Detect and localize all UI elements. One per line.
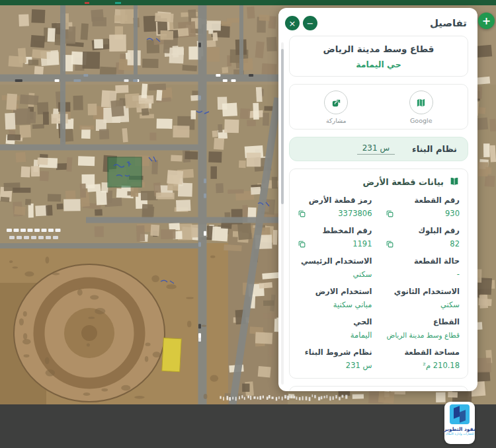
plus-icon: + [482, 15, 491, 27]
top-chrome-strip [0, 0, 496, 5]
book-icon [449, 176, 460, 187]
circular-field [14, 264, 165, 402]
minimize-button[interactable]: − [303, 16, 317, 30]
panel-body: قطاع وسط مدينة الرياض حي اليمامة Google [278, 36, 477, 391]
parcel-fields-grid: رقم القطعة 930 رمز قطعة الأرض 3373806 رق… [298, 196, 460, 370]
minimize-icon: − [307, 19, 314, 28]
brand-logo-icon [450, 404, 470, 424]
building-system-link[interactable]: س 231 [357, 143, 395, 155]
field-value: سكني [352, 270, 372, 279]
sector-title: قطاع وسط مدينة الرياض [296, 44, 461, 54]
brand-logo-title: نفوذ التطوير [444, 426, 475, 432]
location-card: قطاع وسط مدينة الرياض حي اليمامة [289, 36, 468, 77]
parcel-data-card: بيانات قطعة الأرض رقم القطعة 930 رمز قطع… [289, 168, 468, 379]
copy-icon[interactable] [298, 240, 306, 248]
share-button[interactable]: مشاركة [324, 91, 348, 124]
map-zoom-in-button[interactable]: + [478, 13, 495, 29]
national-address-card[interactable]: بيانات العنوان الوطني [289, 386, 468, 391]
chrome-speck-teal [115, 2, 121, 4]
district-title: حي اليمامة [296, 59, 461, 69]
google-maps-label: Google [410, 117, 433, 124]
building-system-label: نظام البناء [412, 144, 457, 154]
field-value: اليمامة [351, 330, 372, 340]
field-value: س 231 [346, 361, 372, 370]
field-building-conditions: نظام شروط البناء س 231 [298, 348, 372, 370]
field-main-use: الاستخدام الرئيسي سكني [298, 256, 372, 279]
panel-scrollbar-thumb[interactable] [281, 49, 284, 204]
field-parcel-area: مساحة القطعة 210.18 م² [386, 348, 460, 370]
brand-logo: نفوذ التطوير للعقارات وإدارة الأملاك [444, 402, 475, 444]
close-icon: × [289, 19, 296, 28]
field-parcel-code: رمز قطعة الأرض 3373806 [298, 196, 372, 218]
field-block-number: رقم البلوك 82 [386, 226, 460, 248]
field-value: 210.18 م² [423, 361, 460, 370]
field-value: 1191 [352, 239, 372, 248]
yellow-building [162, 338, 182, 371]
details-panel: تفاصيل − × قطاع وسط مدينة الرياض حي اليم… [278, 8, 477, 391]
google-maps-button[interactable]: Google [409, 91, 433, 124]
copy-icon[interactable] [298, 209, 306, 218]
chrome-speck-red [85, 2, 89, 4]
panel-title: تفاصيل [430, 17, 467, 29]
field-plan-number: رقم المخطط 1191 [298, 226, 372, 248]
parcel-section-header: بيانات قطعة الأرض [298, 176, 460, 187]
field-value: سكني [440, 300, 460, 309]
details-panel-header: تفاصيل − × [278, 8, 477, 36]
share-label: مشاركة [326, 117, 347, 124]
field-district: الحي اليمامة [298, 317, 372, 340]
copy-icon[interactable] [386, 240, 394, 248]
field-parcel-number: رقم القطعة 930 [386, 196, 460, 218]
field-value: مباني سكنية [333, 300, 372, 309]
bottom-bar [0, 404, 496, 448]
selected-parcel-overlay[interactable] [108, 157, 142, 187]
google-maps-icon [409, 91, 433, 114]
field-value: قطاع وسط مدينة الرياض [386, 331, 460, 339]
field-land-use: استخدام الارض مباني سكنية [298, 287, 372, 309]
field-sector: القطاع قطاع وسط مدينة الرياض [386, 317, 460, 340]
copy-icon[interactable] [386, 209, 394, 218]
building-system-bar: نظام البناء س 231 [289, 137, 468, 161]
field-secondary-use: الاستخدام الثانوي سكني [386, 287, 460, 309]
brand-logo-subtitle: للعقارات وإدارة الأملاك [445, 432, 474, 435]
field-value: 82 [450, 239, 460, 248]
actions-card: Google مشاركة [289, 84, 468, 130]
parcel-section-title: بيانات قطعة الأرض [363, 177, 444, 187]
field-value: 3373806 [338, 209, 372, 218]
close-button[interactable]: × [285, 16, 300, 30]
field-parcel-status: حالة القطعة - [386, 256, 460, 279]
field-value: 930 [445, 209, 460, 218]
share-icon [324, 91, 348, 114]
field-value: - [457, 270, 460, 279]
